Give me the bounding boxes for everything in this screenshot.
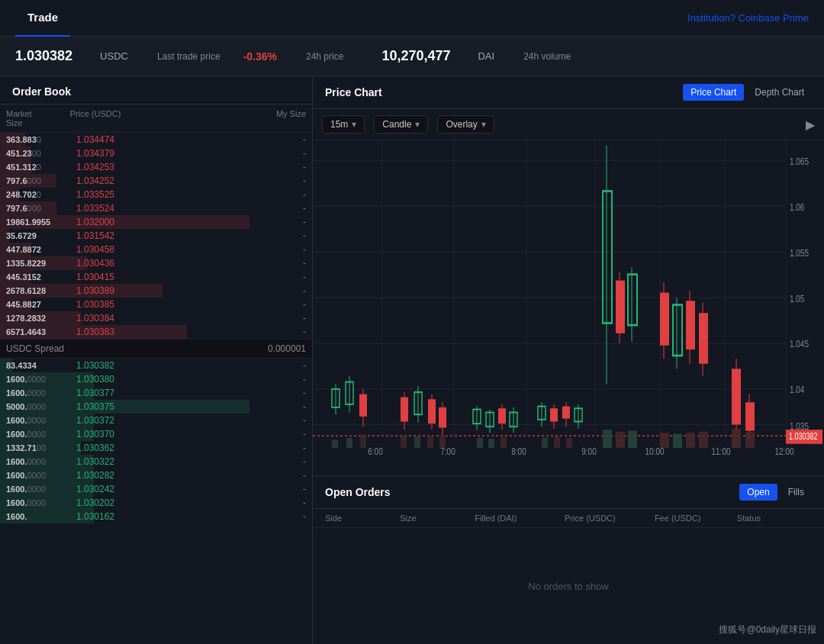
overlay-dropdown[interactable]: Overlay ▾	[437, 115, 494, 134]
table-row[interactable]: 447.8872 1.030458 -	[0, 243, 312, 256]
top-nav: Trade Institution? Coinbase Prime	[0, 0, 824, 37]
time-dropdown[interactable]: 15m ▾	[322, 115, 365, 134]
table-row[interactable]: 797.6000 1.033524 -	[0, 201, 312, 215]
svg-rect-64	[616, 281, 625, 333]
svg-rect-86	[477, 438, 483, 448]
col-market-size: Market Size	[6, 109, 40, 127]
oo-tabs: Open Fills	[739, 484, 812, 501]
trade-tab[interactable]: Trade	[15, 0, 70, 37]
spread-label: USDC Spread	[6, 343, 64, 354]
col-my-size: My Size	[260, 109, 306, 127]
svg-rect-50	[498, 408, 506, 423]
svg-rect-88	[501, 436, 507, 448]
change-period: 24h price	[306, 51, 343, 62]
svg-rect-85	[439, 436, 446, 448]
table-row[interactable]: 1332.7100 1.030362 -	[0, 441, 312, 455]
svg-rect-83	[414, 436, 420, 448]
svg-text:1.030382: 1.030382	[789, 431, 818, 442]
table-row[interactable]: 35.6729 1.031542 -	[0, 229, 312, 243]
svg-text:1.045: 1.045	[790, 338, 809, 349]
table-row[interactable]: 451.3120 1.034253 -	[0, 160, 312, 174]
price-currency: USDC	[100, 50, 128, 62]
table-row[interactable]: 1600.0000 1.030372 -	[0, 414, 312, 427]
chart-canvas: 1.065 1.06 1.055 1.05 1.045 1.04 1.035 6…	[313, 140, 824, 475]
table-row[interactable]: 1600.0000 1.030380 -	[0, 372, 312, 386]
oo-title: Open Orders	[325, 486, 391, 498]
table-row[interactable]: 6571.4643 1.030383 -	[0, 325, 312, 339]
svg-rect-90	[554, 436, 560, 448]
table-row[interactable]: 445.8827 1.030385 -	[0, 298, 312, 311]
table-row[interactable]: 19861.9955 1.032000 -	[0, 215, 312, 229]
table-row[interactable]: 1600. 1.030162 -	[0, 510, 312, 523]
ask-rows: 363.8830 1.034474 - 451.2300 1.034379 - …	[0, 133, 312, 339]
tab-depth-chart[interactable]: Depth Chart	[747, 84, 812, 101]
last-trade-label: Last trade price	[157, 51, 220, 62]
svg-rect-68	[660, 293, 669, 346]
volume-currency: DAI	[478, 50, 494, 62]
order-book-title: Order Book	[12, 85, 71, 98]
svg-text:6:00: 6:00	[368, 446, 383, 457]
svg-rect-79	[332, 440, 338, 448]
table-row[interactable]: 451.2300 1.034379 -	[0, 147, 312, 160]
time-dropdown-arrow: ▾	[352, 119, 356, 130]
type-dropdown[interactable]: Candle ▾	[374, 115, 428, 134]
chart-area: Price Chart Price Chart Depth Chart 15m …	[313, 76, 824, 476]
table-row[interactable]: 797.6000 1.034252 -	[0, 174, 312, 188]
table-row[interactable]: 5000.0000 1.030375 -	[0, 400, 312, 414]
chart-tab-group: Price Chart Depth Chart	[683, 84, 812, 101]
chart-title: Price Chart	[325, 86, 382, 98]
svg-text:12:00: 12:00	[775, 446, 794, 457]
table-row[interactable]: 2678.6128 1.030389 -	[0, 284, 312, 298]
bid-rows: 83.4334 1.030382 - 1600.0000 1.030380 - …	[0, 359, 312, 523]
trade-tab-label: Trade	[27, 11, 58, 24]
svg-rect-95	[660, 433, 669, 448]
svg-rect-94	[628, 430, 637, 448]
table-row[interactable]: 1600.0000 1.030370 -	[0, 427, 312, 441]
watermark: 搜狐号@0daily星球日报	[719, 623, 816, 636]
svg-rect-72	[686, 301, 695, 349]
table-row[interactable]: 1600.0000 1.030377 -	[0, 386, 312, 400]
price-change: -0.36%	[243, 50, 277, 63]
svg-text:9:00: 9:00	[581, 446, 597, 457]
type-dropdown-arrow: ▾	[415, 119, 420, 130]
col-filled: Filled (DAI)	[475, 514, 565, 523]
chart-header: Price Chart Price Chart Depth Chart	[313, 76, 824, 109]
svg-rect-42	[428, 399, 436, 423]
svg-rect-81	[360, 435, 366, 448]
table-row[interactable]: 248.7020 1.033525 -	[0, 188, 312, 201]
table-row[interactable]: 1278.2832 1.030384 -	[0, 311, 312, 325]
svg-rect-92	[603, 430, 612, 448]
tab-fills[interactable]: Fills	[781, 484, 812, 501]
tab-price-chart[interactable]: Price Chart	[683, 84, 744, 101]
svg-rect-93	[616, 432, 625, 448]
table-row[interactable]: 363.8830 1.034474 -	[0, 133, 312, 147]
institution-link[interactable]: Institution? Coinbase Prime	[687, 12, 809, 24]
svg-rect-84	[427, 436, 433, 448]
candlestick-svg: 1.065 1.06 1.055 1.05 1.045 1.04 1.035 6…	[313, 140, 824, 475]
svg-text:1.04: 1.04	[790, 384, 805, 395]
svg-rect-91	[566, 438, 572, 448]
spread-row: USDC Spread 0.000001	[0, 339, 312, 359]
oo-col-headers: Side Size Filled (DAI) Price (USDC) Fee …	[313, 509, 824, 528]
svg-text:1.05: 1.05	[790, 292, 805, 304]
ob-col-headers: Market Size Price (USDC) My Size	[0, 105, 312, 133]
col-fee: Fee (USDC)	[655, 514, 737, 523]
svg-rect-89	[542, 438, 548, 448]
svg-rect-100	[745, 432, 755, 448]
volume-label: 24h volume	[523, 51, 571, 62]
table-row[interactable]: 1600.0000 1.030282 -	[0, 469, 312, 482]
svg-rect-36	[359, 394, 367, 417]
tab-open[interactable]: Open	[739, 484, 777, 501]
table-row[interactable]: 1335.8229 1.030436 -	[0, 256, 312, 270]
col-size: Size	[400, 514, 475, 523]
chart-forward-btn[interactable]: ▶	[806, 118, 815, 132]
table-row[interactable]: 83.4334 1.030382 -	[0, 359, 312, 372]
svg-rect-87	[488, 439, 494, 448]
table-row[interactable]: 1600.0000 1.030242 -	[0, 482, 312, 496]
table-row[interactable]: 1600.0000 1.030202 -	[0, 496, 312, 510]
svg-rect-44	[439, 407, 446, 428]
table-row[interactable]: 1600.0000 1.030322 -	[0, 455, 312, 469]
svg-rect-66	[628, 275, 637, 326]
oo-header: Open Orders Open Fills	[313, 476, 824, 509]
table-row[interactable]: 445.3152 1.030415 -	[0, 270, 312, 284]
